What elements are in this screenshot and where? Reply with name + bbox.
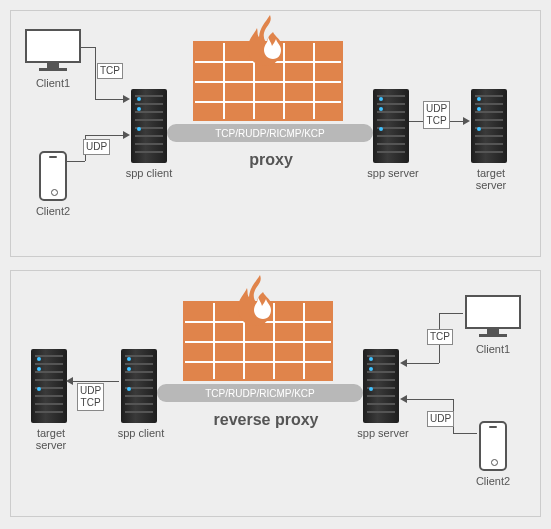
udp-label: UDP [427,411,454,427]
server-icon [471,89,507,163]
reverse-proxy-diagram: target server spp client TCP/RUDP/RICMP/… [10,270,541,517]
tunnel-protocol-bar: TCP/RUDP/RICMP/KCP [157,384,363,402]
phone-icon [479,421,507,471]
proxy-title: proxy [211,151,331,169]
spp-client-label: spp client [111,167,187,179]
reverse-proxy-title: reverse proxy [191,411,341,429]
firewall-icon [183,281,333,381]
udp-label: UDP [83,139,110,155]
client1-label: Client1 [17,77,89,89]
diagram-page: Client1 Client2 spp client TCP/RUDP/RICM… [0,0,551,529]
target-server-label: target server [455,167,527,191]
tunnel-protocol-bar: TCP/RUDP/RICMP/KCP [167,124,373,142]
udp-tcp-label: UDP TCP [423,101,450,129]
udp-tcp-label: UDP TCP [77,383,104,411]
tunnel-protocol-text: TCP/RUDP/RICMP/KCP [205,388,314,399]
server-icon [373,89,409,163]
phone-icon [39,151,67,201]
monitor-icon [25,29,81,73]
tcp-label: TCP [427,329,453,345]
server-icon [121,349,157,423]
spp-server-label: spp server [355,167,431,179]
tcp-label: TCP [97,63,123,79]
target-server-label: target server [17,427,85,451]
client2-label: Client2 [457,475,529,487]
tunnel-protocol-text: TCP/RUDP/RICMP/KCP [215,128,324,139]
spp-client-label: spp client [103,427,179,439]
server-icon [31,349,67,423]
firewall-icon [193,21,343,121]
server-icon [363,349,399,423]
client1-label: Client1 [457,343,529,355]
spp-server-label: spp server [345,427,421,439]
server-icon [131,89,167,163]
proxy-diagram: Client1 Client2 spp client TCP/RUDP/RICM… [10,10,541,257]
monitor-icon [465,295,521,339]
client2-label: Client2 [17,205,89,217]
